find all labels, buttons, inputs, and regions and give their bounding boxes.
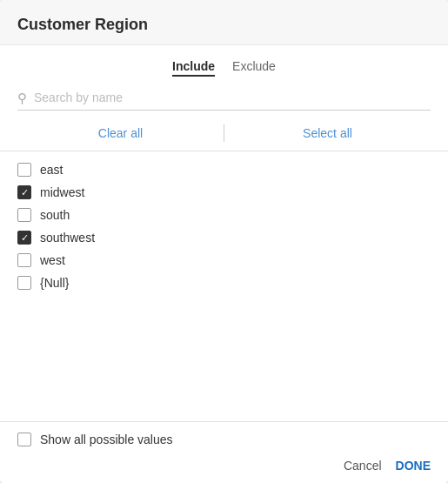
- show-all-row: Show all possible values: [17, 433, 431, 446]
- list-item[interactable]: {Null}: [17, 272, 431, 294]
- search-input[interactable]: [34, 91, 431, 104]
- tab-include[interactable]: Include: [172, 59, 215, 77]
- checkbox-east[interactable]: [17, 163, 31, 177]
- actions-row: Clear all Select all: [0, 119, 448, 151]
- checkbox-southwest[interactable]: ✓: [17, 231, 31, 245]
- item-label: midwest: [40, 185, 84, 199]
- list-item[interactable]: east: [17, 158, 431, 181]
- dialog-header: Customer Region: [0, 0, 448, 45]
- item-label: {Null}: [40, 276, 69, 290]
- show-all-label: Show all possible values: [40, 433, 173, 446]
- checkmark-icon: ✓: [21, 233, 29, 243]
- checkbox-null[interactable]: [17, 276, 31, 290]
- list-item[interactable]: south: [17, 204, 431, 226]
- clear-all-container: Clear all: [17, 125, 224, 141]
- dialog-footer: Show all possible values Cancel DONE: [0, 421, 448, 483]
- show-all-checkbox[interactable]: [17, 433, 31, 446]
- search-row: ⚲: [0, 85, 448, 119]
- tab-exclude[interactable]: Exclude: [232, 59, 276, 77]
- search-icon: ⚲: [17, 91, 27, 104]
- checkbox-midwest[interactable]: ✓: [17, 185, 31, 199]
- list-item[interactable]: ✓southwest: [17, 226, 431, 249]
- search-container: ⚲: [17, 91, 431, 111]
- customer-region-dialog: Customer Region Include Exclude ⚲ Clear …: [0, 0, 448, 483]
- dialog-title: Customer Region: [17, 16, 148, 33]
- checkmark-icon: ✓: [21, 188, 29, 198]
- cancel-button[interactable]: Cancel: [344, 459, 382, 473]
- item-label: south: [40, 208, 70, 222]
- clear-all-button[interactable]: Clear all: [98, 126, 143, 140]
- footer-actions: Cancel DONE: [17, 459, 431, 473]
- done-button[interactable]: DONE: [396, 459, 431, 473]
- list-item[interactable]: west: [17, 249, 431, 272]
- tabs-row: Include Exclude: [0, 45, 448, 85]
- item-label: east: [40, 163, 63, 177]
- dialog-body: Include Exclude ⚲ Clear all Select all e…: [0, 45, 448, 421]
- list-item[interactable]: ✓midwest: [17, 181, 431, 204]
- checkbox-west[interactable]: [17, 253, 31, 267]
- items-list: east✓midwestsouth✓southwestwest{Null}: [0, 151, 448, 421]
- item-label: southwest: [40, 231, 95, 245]
- checkbox-south[interactable]: [17, 208, 31, 222]
- item-label: west: [40, 253, 65, 267]
- select-all-button[interactable]: Select all: [303, 126, 352, 140]
- select-all-container: Select all: [224, 125, 431, 141]
